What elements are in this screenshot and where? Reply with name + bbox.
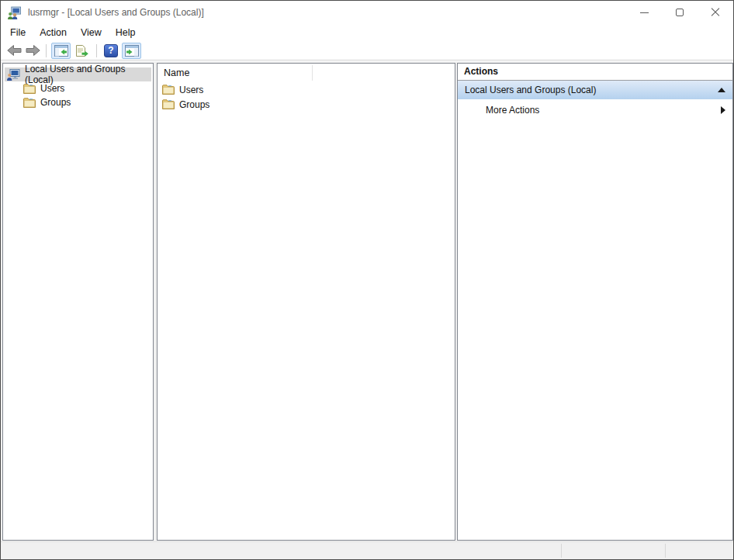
tree-item-label: Local Users and Groups (Local) [25, 64, 151, 85]
actions-pane-title: Actions [458, 64, 732, 81]
maximize-button[interactable] [662, 1, 698, 24]
list-item-label: Groups [179, 99, 209, 110]
forward-icon [26, 45, 40, 56]
folder-icon [162, 85, 175, 95]
collapse-icon[interactable] [718, 88, 725, 92]
help-icon: ? [108, 46, 113, 55]
main-area: Local Users and Groups (Local) Users [1, 61, 733, 541]
tree-item-label: Groups [40, 97, 71, 108]
show-console-tree-button[interactable] [51, 43, 71, 59]
more-actions-label: More Actions [486, 105, 721, 116]
list-item-groups[interactable]: Groups [158, 97, 455, 112]
show-console-tree-icon [54, 45, 68, 57]
menu-view[interactable]: View [74, 25, 109, 40]
forward-button[interactable] [24, 43, 41, 57]
status-bar [1, 541, 733, 559]
actions-group-header[interactable]: Local Users and Groups (Local) [458, 81, 732, 99]
tree-item-local-users-and-groups[interactable]: Local Users and Groups (Local) [5, 67, 151, 81]
console-tree: Local Users and Groups (Local) Users [3, 64, 153, 109]
back-button[interactable] [5, 43, 23, 57]
toolbar-separator [46, 44, 47, 57]
tree-item-groups[interactable]: Groups [3, 95, 153, 109]
menu-file[interactable]: File [3, 25, 33, 40]
menu-help[interactable]: Help [109, 25, 143, 40]
status-bar-separator [561, 544, 562, 558]
tree-item-label: Users [40, 83, 64, 94]
list-pane: Name Users Groups [157, 63, 455, 541]
submenu-arrow-icon [721, 106, 725, 114]
folder-icon [23, 98, 36, 108]
maximize-icon [676, 9, 684, 16]
window-controls [626, 1, 733, 24]
lusrmgr-window: lusrmgr - [Local Users and Groups (Local… [0, 0, 734, 560]
folder-icon [162, 99, 175, 109]
minimize-button[interactable] [626, 1, 662, 24]
folder-icon [23, 84, 36, 94]
help-button[interactable]: ? [104, 44, 118, 57]
window-title: lusrmgr - [Local Users and Groups (Local… [28, 7, 204, 18]
list-header: Name [158, 64, 455, 82]
close-button[interactable] [698, 1, 733, 24]
close-icon [711, 8, 720, 17]
title-bar: lusrmgr - [Local Users and Groups (Local… [1, 1, 733, 24]
toolbar: ? [1, 41, 733, 60]
more-actions-item[interactable]: More Actions [458, 101, 732, 119]
actions-group-label: Local Users and Groups (Local) [465, 85, 718, 95]
computer-user-icon [6, 69, 20, 81]
actions-pane: Actions Local Users and Groups (Local) M… [457, 63, 733, 541]
status-bar-separator [665, 544, 666, 558]
back-icon [7, 45, 22, 56]
lusrmgr-app-icon [7, 6, 21, 19]
minimize-icon [640, 12, 649, 13]
column-header-name[interactable]: Name [164, 67, 189, 78]
column-separator[interactable] [312, 65, 313, 81]
menu-action[interactable]: Action [33, 25, 74, 40]
show-action-pane-button[interactable] [122, 43, 141, 59]
export-list-button[interactable] [72, 43, 92, 59]
export-list-icon [75, 45, 88, 57]
list-item-users[interactable]: Users [158, 82, 455, 97]
list-item-label: Users [179, 85, 203, 95]
toolbar-separator [96, 44, 97, 57]
menu-bar: File Action View Help [1, 24, 733, 41]
console-tree-pane: Local Users and Groups (Local) Users [2, 63, 154, 541]
show-action-pane-icon [125, 45, 139, 57]
